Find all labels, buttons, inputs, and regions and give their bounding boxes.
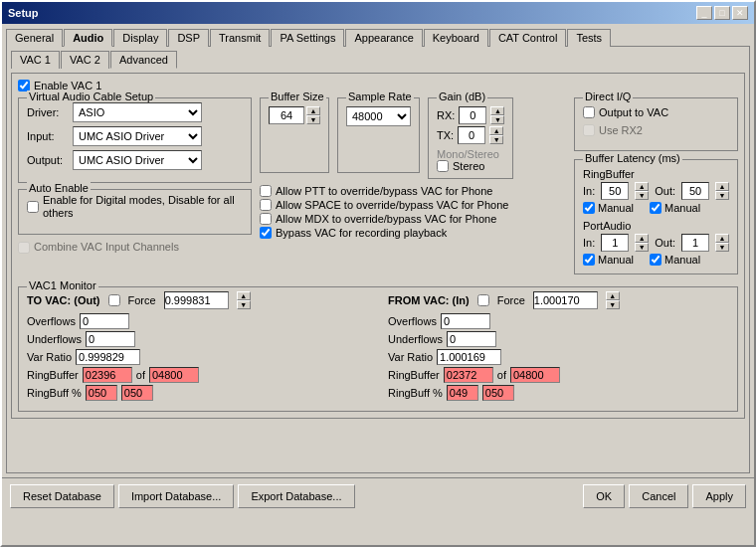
auto-enable-checkbox[interactable] <box>27 201 39 213</box>
window-title: Setup <box>8 7 39 19</box>
pa-out-up[interactable]: ▲ <box>715 234 729 243</box>
buffer-size-spinners: ▲ ▼ <box>306 106 320 124</box>
tab-dsp[interactable]: DSP <box>168 29 209 47</box>
from-vac-force-up[interactable]: ▲ <box>606 291 620 300</box>
minimize-button[interactable]: _ <box>696 6 712 20</box>
rb-in-manual-checkbox[interactable] <box>583 202 595 214</box>
buffer-latency-title: Buffer Latency (ms) <box>583 152 682 164</box>
tab-keyboard[interactable]: Keyboard <box>424 29 488 47</box>
from-vac-header: FROM VAC: (In) Force ▲ ▼ <box>388 291 729 309</box>
sub-tab-vac2[interactable]: VAC 2 <box>61 51 109 69</box>
ok-button[interactable]: OK <box>583 484 625 508</box>
rb-out-manual-checkbox[interactable] <box>650 202 662 214</box>
cancel-button[interactable]: Cancel <box>629 484 688 508</box>
tab-display[interactable]: Display <box>113 29 167 47</box>
output-select[interactable]: UMC ASIO Driver <box>73 150 202 170</box>
pa-in-up[interactable]: ▲ <box>635 234 649 243</box>
tx-up[interactable]: ▲ <box>489 126 503 135</box>
to-vac-force-checkbox[interactable] <box>108 294 120 306</box>
pa-in-input[interactable] <box>601 234 629 252</box>
stereo-label: Stereo <box>453 160 484 172</box>
rb-in-up[interactable]: ▲ <box>635 182 649 191</box>
export-database-button[interactable]: Export Database... <box>238 484 354 508</box>
driver-label: Driver: <box>27 106 67 118</box>
tab-general[interactable]: General <box>6 29 63 47</box>
output-to-vac-checkbox[interactable] <box>583 106 595 118</box>
tab-audio[interactable]: Audio <box>64 29 112 47</box>
input-label: Input: <box>27 130 67 142</box>
driver-select[interactable]: ASIO <box>73 102 202 122</box>
to-vac-force-up[interactable]: ▲ <box>237 291 251 300</box>
buffer-size-input[interactable] <box>269 106 304 124</box>
ptt-label-2: Allow MDX to override/bypass VAC for Pho… <box>276 213 496 225</box>
rx-down[interactable]: ▼ <box>490 115 504 124</box>
stereo-checkbox[interactable] <box>437 160 449 172</box>
to-var-ratio-value: 0.999829 <box>76 349 140 365</box>
to-vac-force-down[interactable]: ▼ <box>237 300 251 309</box>
from-vac-force-down[interactable]: ▼ <box>606 300 620 309</box>
pa-out-down[interactable]: ▼ <box>715 243 729 252</box>
from-ringbuff-val1: 049 <box>447 385 478 401</box>
left-col: Virtual Audio Cable Setup Driver: ASIO I… <box>18 97 252 280</box>
rb-in-input[interactable] <box>601 182 629 200</box>
pa-out-manual-label: Manual <box>664 254 700 266</box>
rb-out-manual-label: Manual <box>664 202 700 214</box>
from-vac-force-input[interactable] <box>533 291 598 309</box>
close-button[interactable]: ✕ <box>732 6 748 20</box>
to-vac-force-spinners: ▲ ▼ <box>237 291 251 309</box>
tab-transmit[interactable]: Transmit <box>210 29 270 47</box>
rx-up[interactable]: ▲ <box>490 106 504 115</box>
title-bar-buttons: _ □ ✕ <box>696 6 748 20</box>
tab-tests[interactable]: Tests <box>567 29 611 47</box>
rx-input[interactable] <box>459 106 486 124</box>
sub-tab-advanced[interactable]: Advanced <box>110 51 177 69</box>
rb-out-input[interactable] <box>681 182 709 200</box>
tx-input[interactable] <box>458 126 485 144</box>
tab-pa-settings[interactable]: PA Settings <box>271 29 344 47</box>
reset-database-button[interactable]: Reset Database <box>10 484 114 508</box>
buffer-size-up[interactable]: ▲ <box>306 106 320 115</box>
from-vac-label: FROM VAC: (In) <box>388 294 470 306</box>
ptt-checkbox-1[interactable] <box>260 199 272 211</box>
ptt-checkbox-2[interactable] <box>260 213 272 225</box>
sample-rate-select[interactable]: 48000 <box>346 106 411 126</box>
mono-stereo-label: Mono/Stereo <box>437 148 504 160</box>
tab-cat-control[interactable]: CAT Control <box>489 29 567 47</box>
output-to-vac-row: Output to VAC <box>583 106 729 118</box>
from-ringbuff-label: RingBuff % <box>388 387 443 399</box>
ptt-checkbox-3[interactable] <box>260 227 272 239</box>
rb-out-down[interactable]: ▼ <box>715 191 729 200</box>
sub-content: Enable VAC 1 Virtual Audio Cable Setup D… <box>11 73 745 419</box>
rb-out-up[interactable]: ▲ <box>715 182 729 191</box>
input-select[interactable]: UMC ASIO Driver <box>73 126 202 146</box>
pa-inout-row: In: ▲ ▼ Out: ▲ ▼ <box>583 234 729 252</box>
pa-out-manual-checkbox[interactable] <box>650 254 662 266</box>
to-ring-of: of <box>136 369 145 381</box>
from-ring-buffer-label: RingBuffer <box>388 369 440 381</box>
pa-in-manual-checkbox[interactable] <box>583 254 595 266</box>
buffer-size-down[interactable]: ▼ <box>306 115 320 124</box>
maximize-button[interactable]: □ <box>714 6 730 20</box>
pa-out-input[interactable] <box>681 234 709 252</box>
ring-buffer-label: RingBuffer <box>583 168 729 180</box>
ptt-checkbox-0[interactable] <box>260 185 272 197</box>
auto-enable-label: Enable for Digital modes, Disable for al… <box>43 194 243 220</box>
tab-appearance[interactable]: Appearance <box>345 29 422 47</box>
use-rx2-row: Use RX2 <box>583 124 729 136</box>
sub-tab-vac1[interactable]: VAC 1 <box>11 51 60 69</box>
rb-in-down[interactable]: ▼ <box>635 191 649 200</box>
to-underflows-value: 0 <box>86 331 135 347</box>
setup-window: Setup _ □ ✕ General Audio Display DSP Tr… <box>0 0 756 547</box>
combine-vac-checkbox <box>18 242 30 254</box>
to-var-ratio-label: Var Ratio <box>27 351 72 363</box>
to-vac-force-input[interactable] <box>164 291 229 309</box>
tx-down[interactable]: ▼ <box>489 135 503 144</box>
apply-button[interactable]: Apply <box>692 484 746 508</box>
from-overflows-row: Overflows 0 <box>388 313 729 329</box>
direct-iq-group: Direct I/Q Output to VAC Use RX2 <box>574 97 738 151</box>
rb-in-manual-label: Manual <box>598 202 634 214</box>
pa-in-down[interactable]: ▼ <box>635 243 649 252</box>
import-database-button[interactable]: Import Database... <box>118 484 235 508</box>
vac-cable-group: Virtual Audio Cable Setup Driver: ASIO I… <box>18 97 252 183</box>
from-vac-force-checkbox[interactable] <box>477 294 489 306</box>
